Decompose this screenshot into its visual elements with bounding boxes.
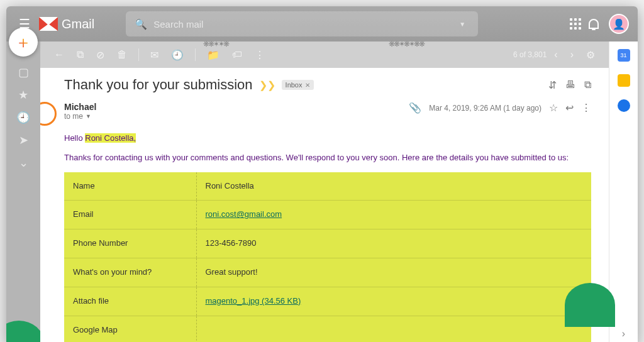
- delete-icon[interactable]: 🗑: [112, 45, 132, 64]
- older-icon[interactable]: ›: [565, 45, 579, 64]
- table-row: What's on your mind?Great support!: [64, 258, 591, 287]
- mail-toolbar: ← ⧉ ⊘ 🗑 ✉ 🕘 📁 🏷 ⋮ ❋❋✶✶❋ ❋❋✶❋✶❋❋ 6 of 3,8…: [40, 41, 609, 68]
- inbox-label-chip[interactable]: Inbox✕: [282, 80, 314, 90]
- table-row: NameRoni Costella: [64, 172, 591, 201]
- search-input[interactable]: [153, 19, 455, 30]
- table-row: Attach filemagento_1.jpg (34.56 KB): [64, 287, 591, 316]
- decor-grass: ❋❋✶❋✶❋❋: [389, 40, 424, 52]
- print-icon[interactable]: 🖶: [565, 79, 575, 91]
- cell-value: 123-456-7890: [196, 229, 591, 258]
- archive-icon[interactable]: ⧉: [72, 45, 89, 64]
- table-row: Phone Number123-456-7890: [64, 229, 591, 258]
- message-count: 6 of 3,801: [513, 50, 547, 59]
- app-name: Gmail: [62, 17, 94, 31]
- star-icon[interactable]: ☆: [549, 102, 558, 114]
- report-spam-icon[interactable]: ⊘: [91, 45, 109, 65]
- table-row: Emailroni.cost@gmail.com: [64, 201, 591, 229]
- to-line: to me: [64, 112, 83, 121]
- calendar-addon-icon[interactable]: 31: [618, 49, 630, 62]
- decor-blob: [565, 283, 615, 327]
- email-body: Hello Roni Costella, Thanks for contacti…: [64, 132, 591, 342]
- table-row: Google Map: [64, 316, 591, 342]
- email-subject: Thank you for your submission: [64, 77, 253, 93]
- attachment-icon: 📎: [409, 102, 421, 114]
- open-new-window-icon[interactable]: ⧉: [584, 79, 591, 91]
- more-icon[interactable]: ⌄: [19, 156, 28, 170]
- message-more-icon[interactable]: ⋮: [581, 102, 591, 114]
- decor-grass: ❋❋✶✶❋: [203, 40, 228, 52]
- search-bar[interactable]: 🔍 ▼: [126, 11, 478, 36]
- tasks-addon-icon[interactable]: [618, 99, 630, 112]
- email-content: Thank you for your submission ❯❯ Inbox✕ …: [40, 68, 609, 342]
- snooze-icon[interactable]: 🕘: [166, 45, 189, 65]
- side-panel-toggle-icon[interactable]: ›: [622, 328, 625, 339]
- remove-label-icon[interactable]: ✕: [305, 82, 310, 89]
- greeting-name: Roni Costella: [85, 133, 133, 143]
- cell-label: What's on your mind?: [64, 258, 196, 287]
- submission-table: NameRoni Costella Emailroni.cost@gmail.c…: [64, 172, 591, 342]
- left-rail: ＋ ▢ ★ 🕘 ➤ ⌄: [6, 41, 40, 342]
- importance-marker-icon[interactable]: ❯❯: [259, 79, 275, 91]
- newer-icon[interactable]: ‹: [549, 45, 562, 64]
- cell-label: Attach file: [64, 287, 196, 316]
- google-apps-icon[interactable]: [566, 14, 585, 33]
- greeting-suffix: ,: [134, 133, 136, 143]
- starred-icon[interactable]: ★: [18, 88, 28, 102]
- gmail-logo[interactable]: Gmail: [39, 17, 94, 31]
- cell-label: Google Map: [64, 316, 196, 342]
- label-text: Inbox: [286, 81, 303, 89]
- search-options-caret-icon[interactable]: ▼: [455, 17, 469, 31]
- topbar: ☰ Gmail 🔍 ▼ 👤: [6, 6, 638, 41]
- sent-icon[interactable]: ➤: [19, 133, 28, 147]
- back-icon[interactable]: ←: [49, 45, 69, 64]
- keep-addon-icon[interactable]: [618, 74, 630, 87]
- cell-label: Name: [64, 172, 196, 201]
- sender-name: Michael: [64, 102, 96, 112]
- cell-label: Email: [64, 201, 196, 229]
- snoozed-icon[interactable]: 🕘: [16, 111, 30, 124]
- reply-icon[interactable]: ↩: [565, 102, 574, 114]
- recipients-caret-icon[interactable]: ▼: [86, 113, 91, 119]
- app-window: ☰ Gmail 🔍 ▼ 👤 ＋ ▢ ★ 🕘 ➤ ⌄ ← ⧉: [6, 6, 638, 342]
- mark-unread-icon[interactable]: ✉: [145, 45, 164, 65]
- email-date: Mar 4, 2019, 9:26 AM (1 day ago): [429, 104, 541, 113]
- search-icon: 🔍: [135, 18, 147, 30]
- right-rail: 31 ›: [609, 41, 638, 342]
- inbox-icon[interactable]: ▢: [18, 65, 29, 79]
- notifications-icon[interactable]: [585, 15, 602, 33]
- decor-blob: [6, 321, 44, 342]
- cell-value: Great support!: [196, 258, 591, 287]
- intro-text: Thanks for contacting us with your comme…: [64, 153, 569, 162]
- cell-value: Roni Costella: [196, 172, 591, 201]
- main-area: ← ⧉ ⊘ 🗑 ✉ 🕘 📁 🏷 ⋮ ❋❋✶✶❋ ❋❋✶❋✶❋❋ 6 of 3,8…: [40, 41, 609, 342]
- settings-icon[interactable]: ⚙: [581, 45, 600, 65]
- email-link[interactable]: roni.cost@gmail.com: [206, 209, 282, 219]
- gmail-m-icon: [39, 17, 58, 31]
- more-actions-icon[interactable]: ⋮: [250, 45, 270, 65]
- account-avatar[interactable]: 👤: [609, 14, 629, 34]
- sender-avatar: [40, 102, 57, 126]
- attachment-link[interactable]: magento_1.jpg (34.56 KB): [206, 296, 301, 306]
- compose-button[interactable]: ＋: [9, 28, 38, 57]
- calendar-day: 31: [620, 52, 626, 58]
- cell-label: Phone Number: [64, 229, 196, 258]
- expand-all-icon[interactable]: ⇵: [548, 79, 557, 91]
- labels-icon[interactable]: 🏷: [227, 45, 247, 64]
- cell-value: [196, 316, 591, 342]
- greeting-prefix: Hello: [64, 133, 85, 143]
